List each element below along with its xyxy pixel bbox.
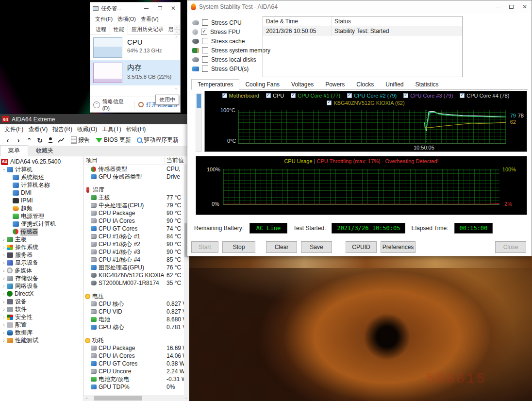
- save-button[interactable]: Save: [301, 241, 332, 253]
- sensor-row[interactable]: 中央处理器(CPU)79 °C: [84, 201, 189, 209]
- graph-scrollbar[interactable]: [196, 93, 202, 152]
- sidebar-item-dmi[interactable]: DMI: [0, 189, 83, 197]
- sidebar-item-ipmi[interactable]: IPMI: [0, 197, 83, 204]
- sidebar-item-overview[interactable]: 系统概述: [0, 173, 83, 181]
- sidebar-item-sensor[interactable]: 传感器: [0, 228, 83, 235]
- sensor-row[interactable]: ST2000LM007-1R817435 °C: [84, 279, 189, 287]
- taskmgr-close-button[interactable]: ✕: [166, 2, 180, 14]
- sidebar-item-config[interactable]: ›配置: [0, 321, 83, 329]
- sensor-row[interactable]: CPU 核心0.827 V: [84, 300, 189, 308]
- scrollbar-thumb[interactable]: [94, 396, 142, 401]
- collapsed-arrow-icon[interactable]: ›: [1, 237, 7, 242]
- sidebar-item-security[interactable]: ›安全性: [0, 313, 83, 321]
- legend-checkbox[interactable]: [222, 93, 227, 98]
- taskmgr-summary-toggle[interactable]: 简略信息(D): [102, 98, 131, 111]
- legend-checkbox[interactable]: [266, 93, 271, 98]
- scroll-right-icon[interactable]: ›: [183, 395, 189, 401]
- sensor-row[interactable]: CPU IA Cores14.06 W: [84, 352, 189, 360]
- taskmgr-maximize-button[interactable]: [153, 2, 166, 14]
- collapsed-arrow-icon[interactable]: ›: [1, 260, 7, 266]
- log-col-datetime[interactable]: Date & Time: [263, 18, 331, 25]
- taskmgr-menu-item[interactable]: 查看(V): [139, 16, 161, 23]
- log-row[interactable]: 2021/3/26 10:50:05 Stability Test: Start…: [263, 26, 462, 36]
- sensor-row[interactable]: KBG40ZNV512G KIOXIA62 °C: [84, 271, 189, 279]
- aida64-menu-item[interactable]: 收藏(O): [75, 125, 100, 134]
- collapsed-arrow-icon[interactable]: ›: [1, 338, 7, 343]
- bios-update-button[interactable]: BIOS 更新: [104, 136, 131, 144]
- sensor-row[interactable]: CPU Uncore2.24 W: [84, 368, 189, 375]
- legend-checkbox[interactable]: [403, 93, 408, 98]
- driver-update-button[interactable]: 驱动程序更新: [144, 136, 179, 144]
- legend-item[interactable]: Motherboard: [222, 93, 259, 99]
- collapsed-arrow-icon[interactable]: ›: [1, 291, 7, 297]
- scroll-left-icon[interactable]: ‹: [84, 395, 90, 401]
- stress-option[interactable]: Stress CPU: [192, 18, 270, 27]
- taskmgr-titlebar[interactable]: 任务管... ✕: [90, 2, 180, 14]
- sensor-row[interactable]: 主板77 °C: [84, 194, 189, 201]
- stress-option[interactable]: Stress FPU: [192, 27, 270, 36]
- legend-checkbox[interactable]: [460, 93, 465, 98]
- sensor-row[interactable]: 电池8.680 V: [84, 316, 189, 323]
- sensor-row[interactable]: 图形处理器(GPU)76 °C: [84, 264, 189, 271]
- legend-item[interactable]: CPU Core #4 (78): [460, 93, 509, 99]
- collapsed-arrow-icon[interactable]: ›: [1, 315, 7, 320]
- tab-unified[interactable]: Unified: [380, 80, 409, 89]
- taskmgr-memory-card[interactable]: 内存 3.5/15.8 GB (22%): [90, 60, 180, 85]
- sidebar-item-power[interactable]: 电源管理: [0, 212, 83, 220]
- sst-minimize-button[interactable]: [491, 0, 504, 13]
- legend-item[interactable]: CPU Core #3 (79): [403, 93, 453, 99]
- sidebar-item-computer[interactable]: ›计算机: [0, 166, 83, 173]
- stop-button[interactable]: Stop: [222, 241, 255, 253]
- sensor-row[interactable]: CPU #1/核心 #390 °C: [84, 248, 189, 256]
- sst-maximize-button[interactable]: [504, 0, 518, 13]
- expanded-arrow-icon[interactable]: ›: [1, 167, 7, 172]
- horizontal-scrollbar[interactable]: ‹ ›: [84, 395, 189, 401]
- sidebar-item-benchmark[interactable]: ›性能测试: [0, 336, 83, 344]
- legend-checkbox[interactable]: [347, 93, 352, 98]
- taskmgr-tab-0[interactable]: 进程: [92, 24, 110, 34]
- sidebar-item-devices[interactable]: ›设备: [0, 298, 83, 305]
- scroll-down-icon[interactable]: ⌄: [174, 85, 178, 90]
- sensor-row[interactable]: GPU 核心0.781 V: [84, 323, 189, 331]
- taskmgr-tab-1[interactable]: 性能: [110, 24, 128, 35]
- taskmgr-menu-item[interactable]: 文件(F): [93, 16, 115, 23]
- aida64-menu-item[interactable]: 工具(T): [100, 125, 123, 134]
- stress-checkbox[interactable]: [202, 47, 208, 53]
- stress-checkbox[interactable]: [202, 19, 208, 26]
- aida64-titlebar[interactable]: 64 AIDA64 Extreme: [0, 114, 189, 124]
- legend-item[interactable]: KBG40ZNV512G KIOXIA (62): [327, 100, 404, 106]
- forward-icon[interactable]: ›: [14, 135, 23, 145]
- tab-temperatures[interactable]: Temperatures: [191, 79, 239, 90]
- legend-checkbox[interactable]: [327, 100, 332, 105]
- preferences-button[interactable]: Preferences: [381, 241, 416, 253]
- sidebar-item-logo[interactable]: 64AIDA64 v6.25.5400: [0, 158, 83, 166]
- sidebar-item-overclock[interactable]: 超频: [0, 204, 83, 212]
- sidebar-item-storage[interactable]: ›存储设备: [0, 274, 83, 282]
- sensor-row[interactable]: CPU GT Cores0.38 W: [84, 360, 189, 368]
- taskmgr-minimize-button[interactable]: [139, 2, 153, 14]
- sidebar-item-name[interactable]: 计算机名称: [0, 181, 83, 189]
- collapsed-arrow-icon[interactable]: ›: [1, 284, 7, 289]
- scrollbar-thumb[interactable]: [197, 94, 201, 108]
- sidebar-item-multimedia[interactable]: ›多媒体: [0, 267, 83, 274]
- sensor-row[interactable]: 传感器类型CPU,: [84, 165, 189, 173]
- legend-item[interactable]: CPU Core #1 (77): [291, 93, 340, 99]
- user-icon[interactable]: [46, 135, 55, 145]
- sensor-row[interactable]: GPU 传感器类型Drive: [84, 173, 189, 181]
- report-button[interactable]: 报告: [78, 136, 90, 144]
- refresh-icon[interactable]: ↻: [35, 135, 45, 145]
- taskmgr-tab-3[interactable]: 启动: [167, 24, 173, 34]
- aida64-menu-item[interactable]: 报告(R): [50, 125, 75, 134]
- collapsed-arrow-icon[interactable]: ›: [1, 307, 7, 312]
- sensor-row[interactable]: CPU GT Cores74 °C: [84, 225, 189, 233]
- column-value[interactable]: 当前值: [165, 156, 189, 165]
- sensor-section[interactable]: 电压: [84, 292, 189, 300]
- stress-option[interactable]: Stress cache: [192, 36, 270, 46]
- legend-item[interactable]: CPU Core #2 (79): [347, 93, 397, 99]
- tab-cooling-fans[interactable]: Cooling Fans: [239, 80, 285, 89]
- tab-clocks[interactable]: Clocks: [350, 80, 380, 89]
- collapsed-arrow-icon[interactable]: ›: [1, 299, 7, 304]
- clear-button[interactable]: Clear: [266, 241, 297, 253]
- sidebar-item-display[interactable]: ›显示设备: [0, 259, 83, 267]
- tab-scroll-right-icon[interactable]: ›: [174, 30, 180, 34]
